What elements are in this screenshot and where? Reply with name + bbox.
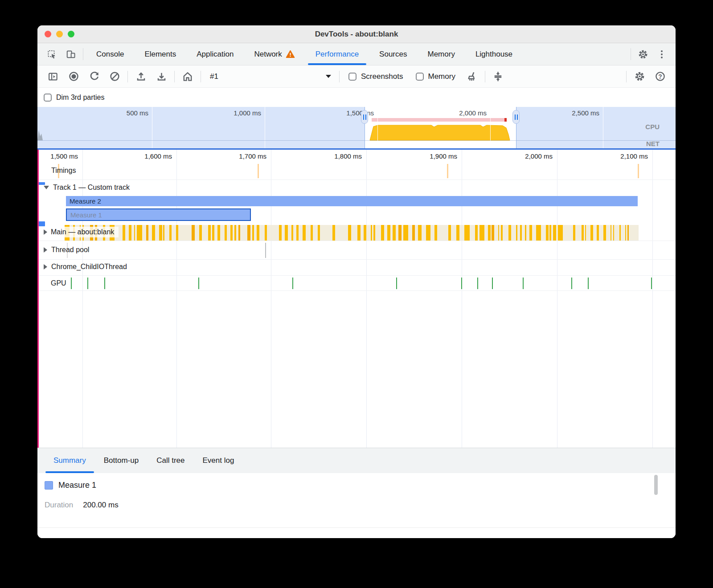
save-profile-button[interactable] xyxy=(151,68,172,86)
perf-toolbar: #1 Screenshots Memory xyxy=(37,65,676,88)
timing-mark[interactable] xyxy=(447,164,448,178)
memory-label: Memory xyxy=(428,72,455,81)
activity-tick xyxy=(318,225,320,241)
tab-bottom-up[interactable]: Bottom-up xyxy=(95,448,148,473)
gpu-tick xyxy=(71,278,72,289)
summary-scrollbar[interactable] xyxy=(654,475,658,495)
overview-tick-label: 1,500 ms xyxy=(346,108,374,118)
measure-bar-1[interactable]: Measure 2 xyxy=(66,196,638,206)
collect-garbage-button[interactable] xyxy=(462,68,482,86)
activity-tick xyxy=(137,225,142,241)
tab-label: Bottom-up xyxy=(104,456,139,465)
capture-settings-button[interactable] xyxy=(629,68,650,86)
panel-toggle-icon xyxy=(48,71,58,82)
separator xyxy=(127,71,128,82)
toggle-sidebar-button[interactable] xyxy=(43,68,63,86)
activity-tick xyxy=(549,225,551,241)
chevron-expanded-icon[interactable] xyxy=(44,186,49,189)
flame-gridline xyxy=(366,150,367,448)
tab-sources[interactable]: Sources xyxy=(369,43,417,65)
more-options-button[interactable] xyxy=(652,43,671,65)
device-toolbar-button[interactable] xyxy=(61,43,80,65)
tab-label: Application xyxy=(197,50,234,59)
checkbox-box[interactable] xyxy=(416,73,424,81)
overview-tick-label: 1,000 ms xyxy=(234,108,261,118)
chevron-collapsed-icon[interactable] xyxy=(44,247,47,253)
summary-pane: Measure 1 Duration 200.00 ms xyxy=(37,473,676,538)
options-row: Dim 3rd parties xyxy=(37,88,676,107)
activity-tick xyxy=(603,225,606,241)
left-selection-handle[interactable] xyxy=(361,110,368,124)
track-main-header[interactable]: Main — about:blank xyxy=(44,227,119,237)
gear-icon xyxy=(638,49,648,59)
tab-performance[interactable]: Performance xyxy=(305,43,369,65)
device-toolbar-icon xyxy=(66,49,76,59)
separator xyxy=(339,71,340,82)
track-gpu-header[interactable]: GPU xyxy=(51,279,66,287)
record-and-reload-button[interactable] xyxy=(84,68,104,86)
session-select[interactable]: #1 xyxy=(204,72,336,81)
dim-third-parties-checkbox[interactable]: Dim 3rd parties xyxy=(44,94,104,102)
chevron-collapsed-icon[interactable] xyxy=(44,229,47,235)
tab-event-log[interactable]: Event log xyxy=(193,448,243,473)
activity-tick xyxy=(516,225,517,241)
checkbox-box[interactable] xyxy=(348,73,356,81)
gear-icon xyxy=(635,71,645,82)
activity-tick xyxy=(525,225,526,241)
timing-mark[interactable] xyxy=(258,164,259,178)
tab-application[interactable]: Application xyxy=(186,43,244,65)
tab-console[interactable]: Console xyxy=(86,43,134,65)
shrink-flamechart-button[interactable] xyxy=(488,68,508,86)
activity-tick xyxy=(152,225,155,241)
flame-chart[interactable]: 1,500 ms1,600 ms1,700 ms1,800 ms1,900 ms… xyxy=(37,150,676,448)
screenshots-checkbox[interactable]: Screenshots xyxy=(348,72,403,81)
help-button[interactable] xyxy=(650,68,670,86)
tab-lighthouse[interactable]: Lighthouse xyxy=(465,43,523,65)
devtools-settings-button[interactable] xyxy=(634,43,652,65)
checkbox-box[interactable] xyxy=(44,94,52,102)
tab-elements[interactable]: Elements xyxy=(134,43,186,65)
tab-network[interactable]: Network xyxy=(244,43,305,65)
overview-gridline xyxy=(265,107,265,148)
ruler-tick-label: 2,000 ms xyxy=(525,151,553,161)
activity-tick xyxy=(212,225,214,241)
timing-mark[interactable] xyxy=(638,164,639,178)
activity-tick xyxy=(619,225,621,241)
tab-memory[interactable]: Memory xyxy=(417,43,465,65)
devtools-window: DevTools - about:blank ConsoleElementsAp… xyxy=(37,25,676,538)
home-button[interactable] xyxy=(177,68,198,86)
network-activity-end-marker xyxy=(504,118,507,122)
gpu-tick xyxy=(87,278,88,289)
activity-tick xyxy=(479,225,484,241)
tab-call-tree[interactable]: Call tree xyxy=(148,448,193,473)
memory-checkbox[interactable]: Memory xyxy=(416,72,455,81)
main-tabbar: ConsoleElementsApplicationNetworkPerform… xyxy=(37,43,676,65)
track-childio-header[interactable]: Chrome_ChildIOThread xyxy=(44,263,127,271)
tab-label: Lighthouse xyxy=(475,50,512,59)
main-thread-activity-band[interactable] xyxy=(65,225,639,241)
activity-tick xyxy=(252,225,254,241)
activity-tick xyxy=(508,225,511,241)
track1-header[interactable]: Track 1 — Custom track xyxy=(44,184,130,192)
row-separator xyxy=(37,241,676,241)
chevron-collapsed-icon[interactable] xyxy=(44,264,47,270)
inspect-element-button[interactable] xyxy=(43,43,61,65)
measure-bar-2[interactable]: Measure 1 xyxy=(66,208,251,221)
activity-tick xyxy=(381,225,384,241)
load-profile-button[interactable] xyxy=(131,68,151,86)
cpu-row-label: CPU xyxy=(645,123,660,131)
flame-gridline xyxy=(82,150,83,448)
chevron-down-icon xyxy=(326,75,331,78)
tab-summary[interactable]: Summary xyxy=(45,448,95,473)
right-selection-handle[interactable] xyxy=(512,110,520,124)
activity-tick xyxy=(348,225,351,241)
record-button[interactable] xyxy=(63,68,84,86)
timeline-overview[interactable]: 500 ms1,000 ms1,500 ms2,000 ms2,500 msCP… xyxy=(37,107,676,148)
track-timings-label: Timings xyxy=(51,167,76,175)
tab-label: Memory xyxy=(427,50,455,59)
track-threadpool-header[interactable]: Thread pool xyxy=(44,246,89,254)
clear-recording-button[interactable] xyxy=(104,68,125,86)
gpu-tick xyxy=(588,278,589,289)
ruler-tick-label: 1,900 ms xyxy=(430,151,457,161)
titlebar: DevTools - about:blank xyxy=(37,25,676,43)
